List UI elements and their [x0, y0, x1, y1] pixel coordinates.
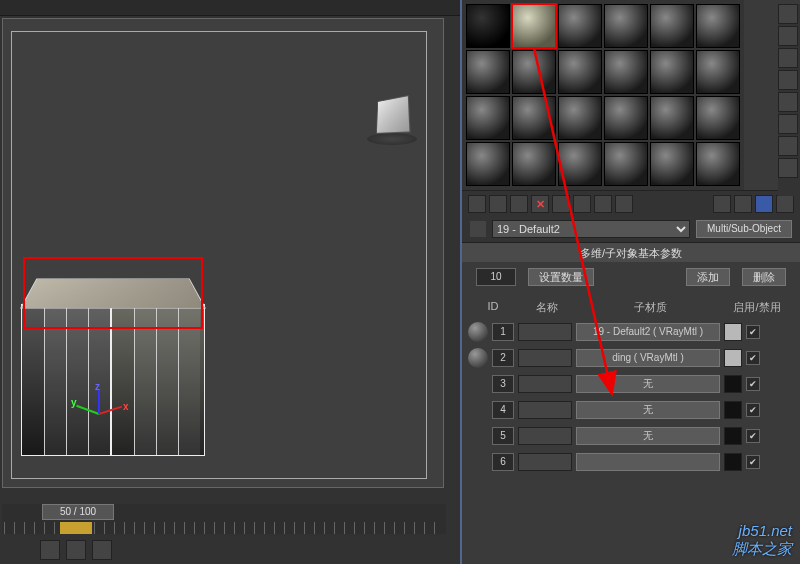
- material-slot[interactable]: [696, 142, 740, 186]
- rollout-header[interactable]: 多维/子对象基本参数: [462, 242, 800, 262]
- submtl-enable-checkbox[interactable]: ✔: [746, 429, 760, 443]
- material-slot[interactable]: [558, 96, 602, 140]
- go-to-parent-icon[interactable]: [755, 195, 773, 213]
- submtl-enable-checkbox[interactable]: ✔: [746, 325, 760, 339]
- material-slot[interactable]: [558, 50, 602, 94]
- submaterial-row: 4无✔: [464, 397, 798, 423]
- timeline-ticks[interactable]: [4, 522, 444, 534]
- pick-material-icon[interactable]: [470, 221, 486, 237]
- submtl-name-field[interactable]: [518, 427, 572, 445]
- submtl-color-swatch[interactable]: [724, 427, 742, 445]
- material-slot-selected[interactable]: [512, 4, 556, 48]
- statusbar-icon[interactable]: [66, 540, 86, 560]
- submtl-thumb[interactable]: [468, 374, 488, 394]
- submtl-material-button[interactable]: 无: [576, 401, 720, 419]
- put-to-scene-icon[interactable]: [489, 195, 507, 213]
- show-end-result-icon[interactable]: [734, 195, 752, 213]
- material-slot[interactable]: [604, 96, 648, 140]
- material-slot[interactable]: [604, 142, 648, 186]
- put-to-library-icon[interactable]: [594, 195, 612, 213]
- material-slot[interactable]: [466, 142, 510, 186]
- material-slot[interactable]: [604, 50, 648, 94]
- options-icon[interactable]: [778, 136, 798, 156]
- material-slot[interactable]: [558, 142, 602, 186]
- submtl-color-swatch[interactable]: [724, 453, 742, 471]
- material-name-dropdown[interactable]: 19 - Default2: [492, 220, 690, 238]
- material-id-icon[interactable]: [615, 195, 633, 213]
- submtl-material-button[interactable]: [576, 453, 720, 471]
- submtl-id-field[interactable]: 3: [492, 375, 514, 393]
- building-model[interactable]: [19, 266, 205, 471]
- viewport-area[interactable]: x y z: [2, 18, 444, 488]
- material-slot[interactable]: [466, 4, 510, 48]
- submtl-name-field[interactable]: [518, 323, 572, 341]
- sample-type-icon[interactable]: [778, 4, 798, 24]
- background-icon[interactable]: [778, 48, 798, 68]
- show-map-icon[interactable]: [713, 195, 731, 213]
- submtl-name-field[interactable]: [518, 401, 572, 419]
- material-slot[interactable]: [512, 50, 556, 94]
- submtl-thumb[interactable]: [468, 322, 488, 342]
- submtl-enable-checkbox[interactable]: ✔: [746, 377, 760, 391]
- video-check-icon[interactable]: [778, 92, 798, 112]
- material-type-button[interactable]: Multi/Sub-Object: [696, 220, 792, 238]
- material-slot[interactable]: [512, 142, 556, 186]
- submtl-enable-checkbox[interactable]: ✔: [746, 351, 760, 365]
- num-subs-spinner[interactable]: 10: [476, 268, 516, 286]
- submtl-name-field[interactable]: [518, 375, 572, 393]
- submtl-enable-checkbox[interactable]: ✔: [746, 403, 760, 417]
- reset-map-icon[interactable]: ✕: [531, 195, 549, 213]
- submtl-material-button[interactable]: 19 - Default2 ( VRayMtl ): [576, 323, 720, 341]
- submtl-material-button[interactable]: ding ( VRayMtl ): [576, 349, 720, 367]
- assign-to-selection-icon[interactable]: [510, 195, 528, 213]
- submtl-id-field[interactable]: 5: [492, 427, 514, 445]
- material-slot[interactable]: [650, 142, 694, 186]
- material-slot[interactable]: [604, 4, 648, 48]
- material-slot[interactable]: [650, 50, 694, 94]
- submtl-enable-checkbox[interactable]: ✔: [746, 455, 760, 469]
- statusbar-icon[interactable]: [92, 540, 112, 560]
- material-slot[interactable]: [696, 4, 740, 48]
- submtl-color-swatch[interactable]: [724, 375, 742, 393]
- submtl-id-field[interactable]: 2: [492, 349, 514, 367]
- submtl-color-swatch[interactable]: [724, 401, 742, 419]
- statusbar-icon[interactable]: [40, 540, 60, 560]
- submtl-color-swatch[interactable]: [724, 323, 742, 341]
- submtl-name-field[interactable]: [518, 349, 572, 367]
- material-slot[interactable]: [650, 4, 694, 48]
- material-slot[interactable]: [558, 4, 602, 48]
- set-count-button[interactable]: 设置数量: [528, 268, 594, 286]
- material-slot[interactable]: [466, 96, 510, 140]
- get-material-icon[interactable]: [468, 195, 486, 213]
- select-by-mat-icon[interactable]: [778, 158, 798, 178]
- submtl-thumb[interactable]: [468, 400, 488, 420]
- transform-gizmo[interactable]: x y z: [75, 389, 125, 439]
- timeline-slider[interactable]: 50 / 100: [42, 504, 114, 520]
- submtl-thumb[interactable]: [468, 348, 488, 368]
- material-slot[interactable]: [512, 96, 556, 140]
- make-unique-icon[interactable]: [573, 195, 591, 213]
- make-copy-icon[interactable]: [552, 195, 570, 213]
- submtl-thumb[interactable]: [468, 426, 488, 446]
- delete-button[interactable]: 删除: [742, 268, 786, 286]
- submtl-id-field[interactable]: 6: [492, 453, 514, 471]
- material-slot[interactable]: [650, 96, 694, 140]
- backlight-icon[interactable]: [778, 26, 798, 46]
- submtl-thumb[interactable]: [468, 452, 488, 472]
- viewcube[interactable]: [367, 95, 417, 145]
- preview-icon[interactable]: [778, 114, 798, 134]
- material-slot[interactable]: [696, 50, 740, 94]
- add-button[interactable]: 添加: [686, 268, 730, 286]
- submtl-id-field[interactable]: 4: [492, 401, 514, 419]
- submtl-color-swatch[interactable]: [724, 349, 742, 367]
- submtl-material-button[interactable]: 无: [576, 375, 720, 393]
- submtl-id-field[interactable]: 1: [492, 323, 514, 341]
- submtl-name-field[interactable]: [518, 453, 572, 471]
- material-name-row: 19 - Default2 Multi/Sub-Object: [462, 216, 800, 242]
- submtl-material-button[interactable]: 无: [576, 427, 720, 445]
- timeline[interactable]: 50 / 100: [2, 504, 446, 534]
- go-forward-icon[interactable]: [776, 195, 794, 213]
- material-slot[interactable]: [696, 96, 740, 140]
- material-slot[interactable]: [466, 50, 510, 94]
- sample-uv-icon[interactable]: [778, 70, 798, 90]
